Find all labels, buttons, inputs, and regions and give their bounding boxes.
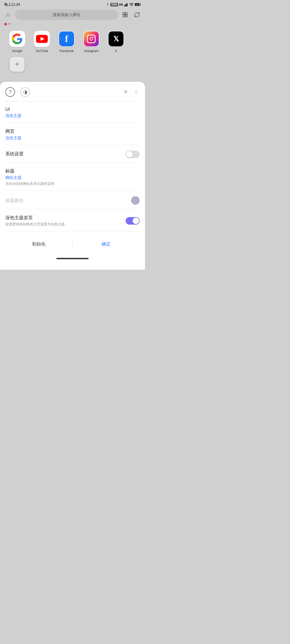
facebook-label: Facebook bbox=[60, 49, 74, 53]
youtube-icon bbox=[34, 31, 50, 47]
shortcut-facebook[interactable]: f Facebook bbox=[56, 31, 77, 53]
google-icon bbox=[9, 31, 25, 47]
svg-rect-1 bbox=[125, 5, 126, 6]
webpage-title: 网页 bbox=[5, 128, 140, 134]
shortcut-instagram[interactable]: Instagram bbox=[81, 31, 102, 53]
shortcut-add[interactable]: + bbox=[6, 56, 28, 74]
moon-icon[interactable]: ☾ bbox=[135, 89, 140, 96]
reset-button[interactable]: 初始化 bbox=[5, 238, 73, 250]
wifi-icon bbox=[129, 3, 134, 6]
theme-mode-row: ? ◑ ☀ ☾ bbox=[5, 87, 140, 101]
vpn-badge: VPN bbox=[110, 3, 118, 6]
dark-home-toggle[interactable] bbox=[126, 217, 140, 225]
svg-rect-10 bbox=[125, 13, 127, 14]
status-icons: VPN HD 58 bbox=[106, 3, 141, 6]
theme-half-icon-button[interactable]: ◑ bbox=[20, 87, 30, 97]
svg-rect-6 bbox=[140, 4, 141, 5]
svg-rect-12 bbox=[125, 15, 127, 17]
title-color-label: 标题颜色 bbox=[5, 197, 24, 204]
svg-text:58: 58 bbox=[136, 4, 138, 6]
svg-rect-0 bbox=[124, 5, 125, 6]
notification-chevron: ▼ bbox=[8, 23, 11, 25]
facebook-icon: f bbox=[59, 31, 75, 47]
title-desc: 当你访问的网站支持主题时适用 bbox=[5, 181, 140, 186]
status-bar: 晚上11:24 VPN HD 58 bbox=[0, 0, 145, 8]
webpage-value[interactable]: 浅色主题 bbox=[5, 136, 140, 141]
shortcut-x[interactable]: 𝕏 X bbox=[105, 31, 127, 53]
title-value[interactable]: 网站主题 bbox=[5, 175, 140, 180]
x-icon: 𝕏 bbox=[108, 31, 124, 47]
shortcut-youtube[interactable]: YouTube bbox=[31, 31, 53, 53]
home-indicator bbox=[56, 258, 89, 259]
bluetooth-icon bbox=[106, 3, 109, 6]
ui-value[interactable]: 浅色主题 bbox=[5, 113, 140, 118]
signal-icon bbox=[124, 3, 128, 6]
tabs-button[interactable] bbox=[120, 10, 130, 20]
instagram-label: Instagram bbox=[84, 49, 98, 53]
status-time: 晚上11:24 bbox=[4, 2, 20, 7]
svg-rect-9 bbox=[123, 13, 125, 14]
confirm-button[interactable]: 确定 bbox=[73, 238, 140, 250]
system-title: 系统设置 bbox=[5, 151, 24, 157]
url-placeholder: 搜索或输入网址 bbox=[53, 12, 81, 17]
system-toggle[interactable] bbox=[126, 151, 140, 158]
half-circle-icon: ◑ bbox=[23, 89, 27, 95]
toggle-knob-dark-home bbox=[133, 218, 139, 224]
system-section: 系统设置 bbox=[5, 145, 140, 163]
toggle-knob-system bbox=[126, 151, 133, 158]
help-icon-button[interactable]: ? bbox=[5, 87, 15, 97]
add-shortcut-icon: + bbox=[9, 56, 25, 72]
title-color-section: 标题颜色 bbox=[5, 191, 140, 209]
title-section: 标题 网站主题 当你访问的网站支持主题时适用 bbox=[5, 163, 140, 191]
dark-home-title: 深色主题首页 bbox=[5, 215, 65, 221]
ui-section: UI 浅色主题 bbox=[5, 101, 140, 123]
youtube-label: YouTube bbox=[35, 49, 48, 53]
battery-icon: 58 bbox=[135, 3, 141, 6]
shortcuts-area: Google YouTube f Facebook bbox=[0, 27, 145, 76]
svg-point-4 bbox=[131, 6, 132, 6]
dark-home-desc: 设置壁纸将始终将主页设置为深色主题 bbox=[5, 222, 65, 227]
dark-home-section: 深色主题首页 设置壁纸将始终将主页设置为深色主题 bbox=[5, 209, 140, 231]
webpage-section: 网页 浅色主题 bbox=[5, 123, 140, 145]
hd-badge: HD bbox=[119, 3, 123, 6]
svg-rect-11 bbox=[123, 15, 125, 17]
notification-area: ▼ bbox=[0, 21, 145, 27]
x-label: X bbox=[115, 49, 117, 53]
svg-rect-2 bbox=[126, 4, 127, 6]
shortcut-google[interactable]: Google bbox=[6, 31, 28, 53]
browser-toolbar: ☆ 搜索或输入网址 bbox=[0, 8, 145, 21]
help-icon: ? bbox=[9, 89, 12, 95]
url-bar[interactable]: 搜索或输入网址 bbox=[15, 10, 118, 20]
notification-dot bbox=[4, 23, 7, 25]
theme-settings-panel: ? ◑ ☀ ☾ UI 浅色主题 网页 浅色主题 系统设置 标题 网站主题 bbox=[0, 82, 145, 270]
ui-title: UI bbox=[5, 107, 140, 112]
bottom-buttons: 初始化 确定 bbox=[5, 233, 140, 256]
title-label: 标题 bbox=[5, 168, 140, 174]
sun-icon[interactable]: ☀ bbox=[123, 89, 128, 96]
instagram-icon bbox=[83, 31, 99, 47]
svg-rect-3 bbox=[127, 3, 128, 6]
star-button[interactable]: ☆ bbox=[3, 10, 13, 20]
refresh-button[interactable] bbox=[132, 10, 142, 20]
google-label: Google bbox=[12, 49, 23, 53]
title-color-circle[interactable] bbox=[131, 196, 140, 205]
